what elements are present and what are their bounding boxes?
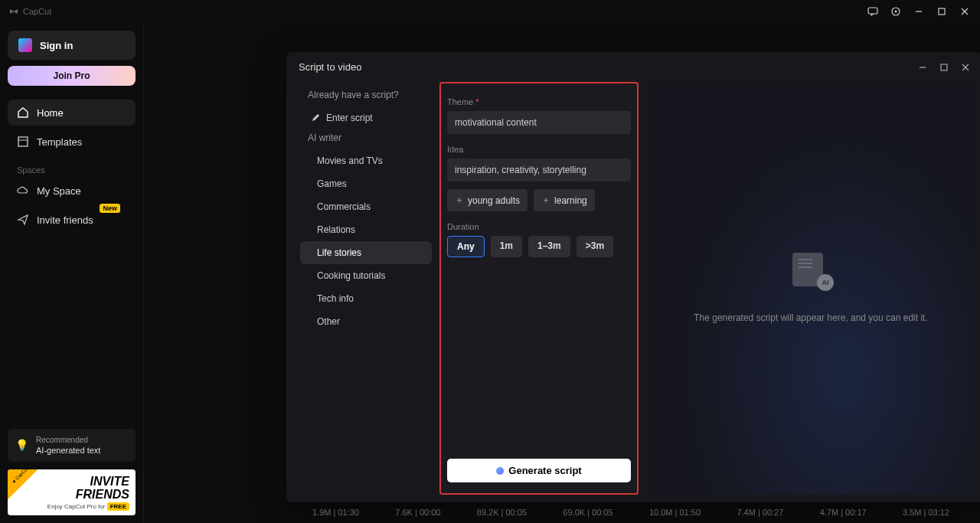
- already-header: Already have a script?: [300, 87, 432, 106]
- plus-icon: ＋: [455, 194, 464, 207]
- ai-doc-icon: AI: [789, 253, 832, 289]
- nav-invite[interactable]: Invite friends New: [8, 207, 136, 233]
- output-placeholder: The generated script will appear here, a…: [694, 311, 928, 325]
- stat-item: 7.6K | 00:00: [395, 508, 440, 517]
- svg-rect-4: [939, 8, 945, 15]
- svg-rect-0: [868, 8, 877, 14]
- nav-home-label: Home: [37, 107, 64, 119]
- duration-option[interactable]: Any: [447, 236, 485, 257]
- category-relations[interactable]: Relations: [300, 218, 432, 241]
- stat-item: 1.9M | 01:30: [312, 508, 359, 517]
- stat-item: 4.7M | 00:17: [820, 508, 867, 517]
- pencil-icon: [311, 113, 320, 123]
- templates-icon: [17, 136, 29, 148]
- send-icon: [17, 214, 29, 226]
- svg-point-2: [895, 11, 897, 13]
- titlebar-brand: CapCut: [9, 7, 51, 16]
- promo-small: Enjoy CapCut Pro for: [47, 503, 106, 510]
- category-commercials[interactable]: Commercials: [300, 195, 432, 218]
- idea-input[interactable]: [447, 159, 631, 181]
- generate-label: Generate script: [508, 465, 581, 476]
- stat-item: 7.4M | 00:27: [737, 508, 783, 517]
- modal-close[interactable]: [960, 62, 971, 73]
- category-life-stories[interactable]: Life stories: [300, 241, 432, 264]
- promo-free-badge: FREE: [107, 502, 129, 511]
- idea-label: Idea: [447, 145, 631, 154]
- plus-icon: ＋: [541, 194, 550, 207]
- category-movies-and-tvs[interactable]: Movies and TVs: [300, 149, 432, 172]
- signin-button[interactable]: Sign in: [8, 31, 136, 60]
- nav-invite-label: Invite friends: [37, 214, 93, 226]
- suggestion-chip[interactable]: ＋young adults: [447, 189, 528, 211]
- home-icon: [17, 106, 29, 119]
- duration-option[interactable]: 1m: [491, 236, 522, 257]
- spaces-section-label: Spaces: [8, 158, 136, 178]
- modal-maximize[interactable]: [939, 62, 949, 73]
- nav-templates-label: Templates: [37, 136, 82, 148]
- stat-item: 89.2K | 00:05: [477, 508, 527, 517]
- category-other[interactable]: Other: [300, 310, 432, 333]
- duration-option[interactable]: >3m: [577, 236, 613, 257]
- nav-templates[interactable]: Templates: [8, 129, 136, 155]
- theme-label: Theme: [447, 97, 473, 106]
- sparkle-icon: [496, 467, 504, 475]
- stat-item: 3.5M | 03:12: [903, 508, 949, 517]
- aiwriter-header: AI writer: [300, 129, 432, 149]
- logo-icon: [18, 38, 32, 52]
- close-button[interactable]: [959, 5, 971, 18]
- theme-input[interactable]: [447, 111, 631, 134]
- enter-script-item[interactable]: Enter script: [300, 106, 432, 129]
- category-games[interactable]: Games: [300, 172, 432, 195]
- nav-myspace-label: My Space: [37, 185, 81, 197]
- recommended-title: Recommended: [36, 435, 100, 445]
- duration-option[interactable]: 1–3m: [528, 236, 570, 257]
- suggestion-chip[interactable]: ＋learning: [534, 189, 595, 211]
- script-to-video-modal: Script to video Already have a script? E…: [286, 52, 980, 502]
- generate-script-button[interactable]: Generate script: [447, 459, 631, 482]
- nav-myspace[interactable]: My Space: [8, 178, 136, 204]
- stat-item: 69.0K | 00:05: [563, 508, 612, 517]
- enter-script-label: Enter script: [326, 113, 373, 123]
- svg-rect-16: [941, 64, 947, 70]
- bulb-icon: 💡: [15, 439, 28, 451]
- cloud-icon: [17, 185, 29, 197]
- output-panel: AI The generated script will appear here…: [646, 82, 975, 495]
- modal-minimize[interactable]: [917, 62, 928, 73]
- brand-label: CapCut: [23, 7, 51, 16]
- form-panel: Theme * Idea ＋young adults＋learning Dura…: [439, 82, 639, 495]
- modal-title: Script to video: [299, 61, 361, 73]
- invite-promo[interactable]: INVITE FRIENDS Enjoy CapCut Pro for FREE: [8, 469, 136, 515]
- brand-icon: [9, 7, 18, 16]
- minimize-button[interactable]: [913, 5, 925, 18]
- recommended-sub: AI-generated text: [36, 445, 100, 456]
- category-cooking-tutorials[interactable]: Cooking tutorials: [300, 264, 432, 287]
- nav-home[interactable]: Home: [8, 100, 136, 126]
- stat-item: 10.0M | 01:50: [649, 508, 701, 517]
- category-tech-info[interactable]: Tech info: [300, 287, 432, 310]
- settings-icon[interactable]: [890, 5, 902, 18]
- chat-icon[interactable]: [867, 5, 879, 18]
- signin-label: Sign in: [40, 40, 73, 51]
- recommended-card[interactable]: 💡 Recommended AI-generated text: [8, 429, 136, 462]
- maximize-button[interactable]: [936, 5, 948, 18]
- new-badge: New: [100, 204, 120, 213]
- duration-label: Duration: [447, 222, 631, 231]
- svg-rect-7: [18, 137, 28, 146]
- join-pro-button[interactable]: Join Pro: [8, 66, 136, 86]
